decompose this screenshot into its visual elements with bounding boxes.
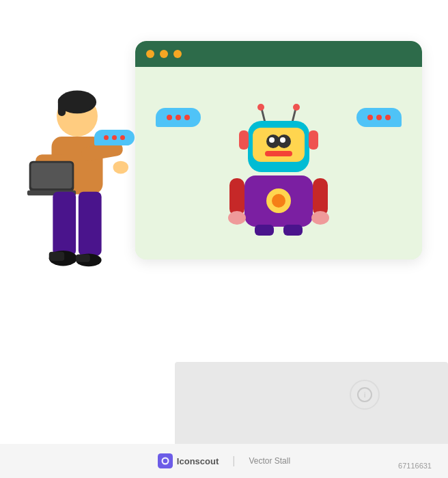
svg-rect-37 [76,255,90,262]
svg-line-0 [262,109,265,122]
chat-dot [112,135,117,140]
svg-rect-20 [255,225,274,236]
vectorstall-label: Vector Stall [249,456,290,466]
svg-point-42 [163,459,168,464]
bottom-strip: Iconscout | Vector Stall [0,444,448,478]
browser-content [135,67,422,259]
browser-dot-3 [173,50,182,58]
person [26,82,128,341]
svg-text:i: i [364,391,365,399]
chat-dot [376,115,382,120]
svg-rect-10 [265,151,292,156]
svg-rect-21 [283,225,303,236]
svg-rect-12 [309,130,318,150]
svg-rect-30 [31,163,72,188]
browser-titlebar [135,41,422,67]
svg-rect-16 [229,178,244,216]
svg-point-18 [228,211,246,225]
browser-dot-1 [146,50,154,58]
iconscout-logo: Iconscout [158,453,219,468]
svg-point-8 [269,137,275,143]
svg-rect-36 [49,252,65,261]
main-container: i Iconscout | Vector Stall 67116631 [0,0,448,478]
separator: | [232,455,235,467]
chat-dot [167,115,172,120]
svg-point-19 [311,211,329,225]
chat-bubble-left [156,108,201,127]
person-chat-bubble [94,130,135,145]
robot [224,102,333,225]
svg-rect-33 [79,192,102,256]
svg-rect-11 [239,130,249,150]
browser-dot-2 [160,50,168,58]
svg-rect-24 [58,97,66,116]
chat-bubble-right [356,108,402,127]
browser-window [135,41,422,259]
svg-rect-32 [53,192,76,256]
svg-point-27 [113,161,129,174]
iconscout-logo-icon [158,453,173,468]
svg-line-2 [292,109,296,122]
svg-point-15 [272,194,285,208]
chat-dot [385,115,391,120]
svg-rect-17 [313,178,328,216]
chat-dot [367,115,373,120]
iconscout-label: Iconscout [177,456,219,466]
chat-dot [104,135,109,140]
scene [26,14,422,396]
svg-point-9 [280,137,285,143]
chat-dot [176,115,181,120]
svg-point-3 [293,104,300,111]
iconscout-watermark-circle: i [350,380,380,410]
chat-dot [184,115,190,120]
svg-point-1 [257,104,264,111]
chat-dot [120,135,125,140]
id-badge: 67116631 [398,462,432,470]
